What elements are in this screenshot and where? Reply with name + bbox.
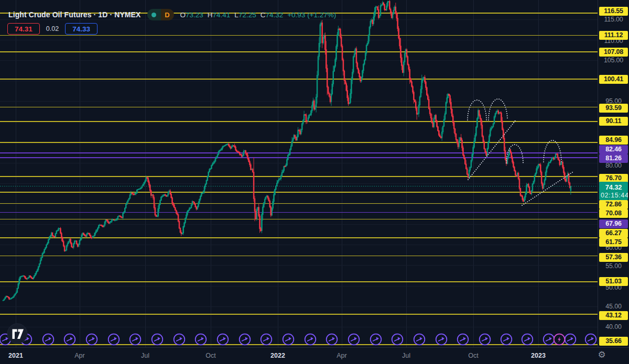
price-label-76.70: 76.70 bbox=[599, 174, 628, 183]
chart-canvas[interactable] bbox=[0, 0, 598, 347]
time-axis[interactable]: 2021AprJulOct2022AprJulOct2023 bbox=[0, 347, 629, 364]
contract-rollover-icon[interactable] bbox=[371, 334, 382, 345]
contract-rollover-icon[interactable] bbox=[522, 334, 533, 345]
market-status-dot-icon bbox=[151, 13, 156, 17]
price-label-72.86: 72.86 bbox=[599, 200, 628, 209]
price-axis[interactable]: 115.00110.00105.0095.0080.0060.0055.0050… bbox=[598, 0, 629, 347]
sell-price-button[interactable]: 74.31 bbox=[7, 23, 40, 35]
time-label-Jul: Jul bbox=[402, 352, 410, 359]
contract-rollover-icon[interactable] bbox=[544, 334, 555, 345]
close-value: 74.32 bbox=[265, 11, 283, 19]
chart-legend: Light Crude Oil Futures · 1D · NYMEX D O… bbox=[8, 8, 336, 21]
contract-rollover-icon[interactable] bbox=[565, 334, 576, 345]
price-label-100.41: 100.41 bbox=[599, 75, 628, 84]
time-label-2023: 2023 bbox=[531, 352, 546, 359]
contract-rollover-icon[interactable] bbox=[86, 334, 97, 345]
low-label: L bbox=[234, 11, 238, 19]
open-value: 73.23 bbox=[186, 11, 203, 19]
time-label-2021: 2021 bbox=[8, 352, 23, 359]
price-label-81.26: 81.26 bbox=[599, 154, 628, 163]
current-price-label: 74.3202:15:44 bbox=[599, 182, 628, 200]
change-value: +0.93 (+1.27%) bbox=[287, 11, 336, 19]
contract-rollover-icon[interactable] bbox=[261, 334, 272, 345]
contract-rollover-icon[interactable] bbox=[458, 334, 469, 345]
contract-rollover-icon[interactable] bbox=[501, 334, 512, 345]
spread-value: 0.02 bbox=[46, 25, 59, 32]
chart-pane[interactable]: Light Crude Oil Futures · 1D · NYMEX D O… bbox=[0, 0, 598, 347]
price-label-82.46: 82.46 bbox=[599, 145, 628, 154]
contract-rollover-icon[interactable] bbox=[436, 334, 447, 345]
dotted-arc-annotation bbox=[489, 99, 507, 120]
symbol-title[interactable]: Light Crude Oil Futures · 1D · NYMEX bbox=[8, 10, 141, 19]
price-label-116.55: 116.55 bbox=[599, 7, 628, 16]
price-label-61.75: 61.75 bbox=[599, 238, 628, 247]
price-label-57.36: 57.36 bbox=[599, 253, 628, 262]
price-label-105.00: 105.00 bbox=[599, 56, 628, 65]
contract-rollover-icon[interactable] bbox=[349, 334, 360, 345]
lightning-event-icon[interactable] bbox=[554, 334, 565, 345]
contract-rollover-icon[interactable] bbox=[585, 334, 597, 345]
contract-rollover-icon[interactable] bbox=[392, 334, 403, 345]
contract-rollover-icon[interactable] bbox=[152, 334, 163, 345]
dotted-arc-annotation bbox=[468, 100, 486, 120]
bar-countdown: 02:15:44 bbox=[599, 192, 628, 200]
candlestick-series-down bbox=[7, 0, 570, 300]
contract-rollover-icon[interactable] bbox=[218, 334, 229, 345]
time-label-Oct: Oct bbox=[205, 352, 215, 359]
price-label-70.08: 70.08 bbox=[599, 209, 628, 218]
price-label-67.96: 67.96 bbox=[599, 219, 628, 228]
price-label-66.27: 66.27 bbox=[599, 229, 628, 238]
open-label: O bbox=[180, 11, 186, 19]
price-label-51.03: 51.03 bbox=[599, 277, 628, 286]
time-label-Jul: Jul bbox=[141, 352, 149, 359]
contract-rollover-icon[interactable] bbox=[130, 334, 141, 345]
high-value: 74.41 bbox=[213, 11, 231, 19]
contract-rollover-icon[interactable] bbox=[196, 334, 207, 345]
price-label-107.08: 107.08 bbox=[599, 48, 628, 57]
high-label: H bbox=[208, 11, 213, 19]
contract-rollover-icon[interactable] bbox=[480, 334, 491, 345]
price-label-90.11: 90.11 bbox=[599, 117, 628, 126]
price-label-93.59: 93.59 bbox=[599, 104, 628, 113]
contract-rollover-icon[interactable] bbox=[283, 334, 294, 345]
price-label-43.12: 43.12 bbox=[599, 311, 628, 320]
tradingview-logo[interactable] bbox=[7, 324, 27, 344]
price-label-55.00: 55.00 bbox=[599, 262, 628, 271]
current-price-value: 74.32 bbox=[599, 183, 628, 192]
contract-rollover-icon[interactable] bbox=[43, 334, 54, 345]
contract-rollover-icon[interactable] bbox=[174, 334, 185, 345]
time-label-Apr: Apr bbox=[74, 352, 84, 359]
price-label-115.00: 115.00 bbox=[599, 15, 628, 24]
tradingview-chart-window: Light Crude Oil Futures · 1D · NYMEX D O… bbox=[0, 0, 629, 364]
contract-rollover-icon[interactable] bbox=[305, 334, 316, 345]
price-label-45.00: 45.00 bbox=[599, 302, 628, 311]
time-label-2022: 2022 bbox=[270, 352, 285, 359]
price-label-111.12: 111.12 bbox=[599, 31, 628, 40]
buy-price-button[interactable]: 74.33 bbox=[65, 23, 97, 35]
interval-letter: D bbox=[161, 9, 174, 20]
contract-rollover-icon[interactable] bbox=[327, 334, 338, 345]
contract-rollover-icon[interactable] bbox=[240, 334, 251, 345]
interval-badge[interactable]: D bbox=[147, 9, 174, 20]
time-label-Oct: Oct bbox=[468, 352, 478, 359]
low-value: 72.25 bbox=[238, 11, 256, 19]
ohlc-readout: O73.23 H74.41 L72.25 C74.32 +0.93 (+1.27… bbox=[180, 11, 337, 19]
time-label-Apr: Apr bbox=[337, 352, 346, 359]
price-label-35.66: 35.66 bbox=[599, 337, 628, 346]
gear-icon[interactable]: ⚙ bbox=[597, 349, 607, 360]
contract-rollover-icon[interactable] bbox=[109, 334, 120, 345]
price-label-84.96: 84.96 bbox=[599, 136, 628, 145]
price-label-40.00: 40.00 bbox=[599, 323, 628, 332]
market-status-dot-wrap bbox=[147, 9, 161, 20]
bid-ask-row: 74.31 0.02 74.33 bbox=[7, 23, 97, 35]
contract-rollover-icon[interactable] bbox=[64, 334, 75, 345]
contract-rollover-icon[interactable] bbox=[414, 334, 425, 345]
close-label: C bbox=[261, 11, 266, 19]
